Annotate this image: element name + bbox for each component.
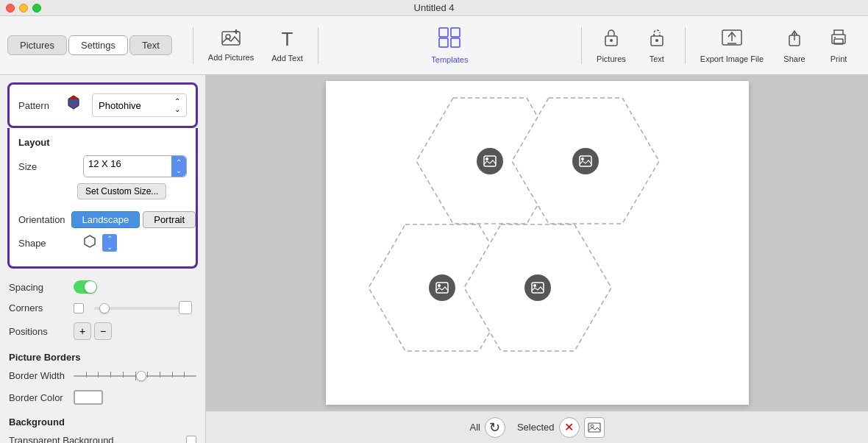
portrait-button[interactable]: Portrait <box>143 211 196 228</box>
selected-image-icon[interactable] <box>584 417 605 438</box>
pictures-lock-icon <box>603 28 619 52</box>
toolbar-divider-4 <box>685 27 686 64</box>
add-pictures-button[interactable]: Add Pictures <box>199 24 263 68</box>
print-button[interactable]: Print <box>817 22 861 69</box>
svg-rect-5 <box>451 28 460 37</box>
svg-point-13 <box>655 39 658 42</box>
text-lock-label: Text <box>650 54 664 63</box>
add-position-button[interactable]: + <box>74 322 91 340</box>
corners-label: Corners <box>9 302 68 313</box>
export-button[interactable]: Export Image File <box>691 22 772 69</box>
position-buttons: + − <box>74 322 112 340</box>
add-pictures-label: Add Pictures <box>208 53 254 62</box>
border-width-slider[interactable] <box>74 372 196 380</box>
corners-row: Corners <box>9 298 196 318</box>
print-label: Print <box>830 54 847 63</box>
toolbar-divider-2 <box>318 27 319 64</box>
spacing-label: Spacing <box>9 282 68 293</box>
svg-point-37 <box>429 274 455 301</box>
close-x-icon[interactable]: ✕ <box>559 417 580 438</box>
refresh-icon[interactable]: ↻ <box>485 417 505 438</box>
templates-icon <box>438 27 460 52</box>
shape-row: Shape ⌃⌄ <box>18 234 187 252</box>
text-lock-button[interactable]: Text <box>635 22 679 69</box>
svg-rect-0 <box>222 32 240 45</box>
pattern-row: Pattern Photohive ⌃⌄ <box>18 93 187 117</box>
sidebar: Pattern Photohive ⌃⌄ Layout Size <box>0 75 206 443</box>
templates-button[interactable]: Templates <box>420 21 479 70</box>
settings-rest: Spacing Corners Positions + − <box>0 269 205 443</box>
tab-settings[interactable]: Settings <box>68 35 128 55</box>
spacing-toggle[interactable] <box>74 280 97 294</box>
orientation-label: Orientation <box>18 214 65 225</box>
pattern-honeycomb-icon <box>63 94 85 116</box>
border-color-swatch[interactable] <box>74 390 103 405</box>
positions-row: Positions + − <box>9 318 196 344</box>
print-icon <box>829 28 848 52</box>
svg-point-36 <box>581 157 584 160</box>
corners-checkbox[interactable] <box>74 303 84 313</box>
toolbar-divider-1 <box>193 27 193 64</box>
selected-button[interactable]: Selected ✕ <box>517 417 605 438</box>
minimize-button[interactable] <box>19 4 28 13</box>
toolbar-divider-3 <box>581 27 582 64</box>
pictures-lock-label: Pictures <box>597 54 626 63</box>
svg-marker-26 <box>85 235 95 247</box>
chevron-icon: ⌃⌄ <box>176 158 182 174</box>
border-color-label: Border Color <box>9 392 68 403</box>
corners-slider-thumb[interactable] <box>99 303 110 313</box>
pattern-section: Pattern Photohive ⌃⌄ <box>7 82 198 128</box>
transparent-bg-row: Transparent Background <box>9 430 196 443</box>
maximize-button[interactable] <box>32 4 41 13</box>
border-width-label: Border Width <box>9 370 68 381</box>
shape-stepper[interactable]: ⌃⌄ <box>102 234 117 252</box>
svg-marker-24 <box>68 96 79 99</box>
toolbar-tabs: Pictures Settings Text <box>7 35 172 55</box>
toolbar: Pictures Settings Text Add Pictures T Ad… <box>0 16 868 75</box>
add-text-button[interactable]: T Add Text <box>263 22 312 68</box>
shape-label: Shape <box>18 238 77 249</box>
size-select-arrow[interactable]: ⌃⌄ <box>171 156 186 177</box>
toolbar-center: Templates <box>324 21 575 70</box>
close-button[interactable] <box>6 4 15 13</box>
add-pictures-icon <box>221 29 241 50</box>
size-row: Size 12 X 16 ⌃⌄ <box>18 155 187 177</box>
canvas-paper <box>326 81 749 405</box>
svg-rect-43 <box>588 423 600 432</box>
templates-label: Templates <box>431 55 468 64</box>
all-button[interactable]: All ↻ <box>469 417 505 438</box>
svg-point-9 <box>610 39 613 42</box>
pattern-chevron-icon: ⌃⌄ <box>174 97 180 113</box>
border-color-row: Border Color <box>9 386 196 409</box>
svg-point-31 <box>477 148 503 174</box>
pictures-lock-button[interactable]: Pictures <box>588 22 635 69</box>
tab-pictures[interactable]: Pictures <box>7 35 67 55</box>
picture-borders-title: Picture Borders <box>9 344 196 366</box>
add-text-label: Add Text <box>271 54 303 63</box>
landscape-button[interactable]: Landscape <box>71 211 140 228</box>
size-select[interactable]: 12 X 16 ⌃⌄ <box>83 155 187 177</box>
background-title: Background <box>9 409 196 430</box>
transparent-bg-label: Transparent Background <box>9 435 180 443</box>
pattern-label: Pattern <box>18 100 55 111</box>
remove-position-button[interactable]: − <box>94 322 112 340</box>
pattern-select[interactable]: Photohive ⌃⌄ <box>92 93 187 117</box>
spacing-toggle-thumb <box>85 281 96 293</box>
custom-size-button[interactable]: Set Custom Size... <box>77 183 166 199</box>
hex-grid-svg <box>333 85 741 401</box>
share-icon <box>786 28 803 52</box>
size-value: 12 X 16 <box>84 156 171 177</box>
svg-rect-4 <box>439 28 448 37</box>
svg-point-40 <box>524 274 551 301</box>
export-icon <box>722 28 742 52</box>
layout-title: Layout <box>18 137 187 148</box>
canvas-background <box>206 75 868 411</box>
pattern-value: Photohive <box>99 100 141 111</box>
border-width-thumb[interactable] <box>136 371 146 381</box>
svg-rect-7 <box>451 38 460 47</box>
svg-marker-25 <box>68 99 79 110</box>
svg-rect-6 <box>439 38 448 47</box>
transparent-bg-checkbox[interactable] <box>186 436 196 444</box>
share-button[interactable]: Share <box>772 22 817 69</box>
tab-text[interactable]: Text <box>129 35 172 55</box>
